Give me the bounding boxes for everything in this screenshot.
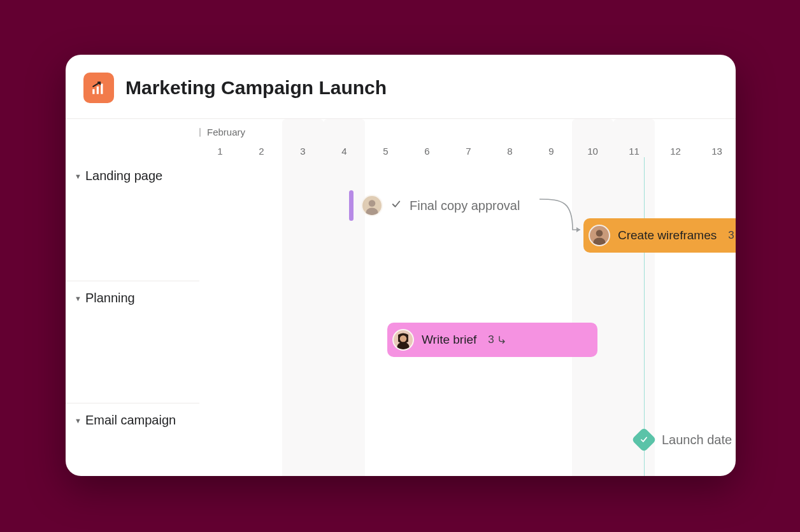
task-create-wireframes[interactable]: Create wireframes 3 [583, 218, 736, 253]
task-label: Final copy approval [410, 199, 520, 213]
group-separator [66, 281, 199, 281]
assignee-avatar [589, 225, 610, 246]
subtask-count: 3 [488, 333, 506, 346]
group-toggle-email-campaign[interactable]: ▼ Email campaign [75, 413, 176, 428]
task-final-copy-approval[interactable]: Final copy approval [349, 190, 520, 221]
milestone-launch-date[interactable]: Launch date [635, 431, 732, 449]
task-handle[interactable] [349, 190, 354, 221]
subtask-number: 3 [488, 333, 494, 346]
project-header: Marketing Campaign Launch [66, 55, 736, 118]
group-label: Email campaign [85, 413, 176, 428]
day-label: 9 [531, 146, 572, 157]
subtask-count: 3 [728, 229, 736, 242]
day-label: 5 [365, 146, 406, 157]
task-label: Create wireframes [618, 228, 717, 242]
day-label: 2 [241, 146, 282, 157]
svg-rect-2 [101, 84, 103, 94]
chevron-down-icon: ▼ [75, 417, 82, 424]
subtask-icon [497, 335, 507, 345]
project-title: Marketing Campaign Launch [125, 77, 387, 99]
svg-rect-0 [92, 89, 94, 94]
subtask-number: 3 [728, 229, 734, 242]
timeline-card: Marketing Campaign Launch February 1 2 3… [66, 55, 736, 476]
milestone-label: Launch date [662, 433, 732, 447]
group-separator [66, 403, 199, 403]
project-icon [83, 73, 114, 103]
svg-point-7 [400, 335, 407, 342]
day-label: 10 [572, 146, 613, 157]
date-grid: 1 2 3 4 5 6 7 8 9 10 11 12 13 [199, 119, 736, 476]
chart-up-icon [90, 80, 107, 96]
day-label: 11 [613, 146, 655, 157]
assignee-avatar [361, 195, 383, 216]
svg-point-4 [366, 208, 378, 215]
chevron-down-icon: ▼ [75, 172, 82, 180]
group-toggle-landing-page[interactable]: ▼ Landing page [75, 169, 162, 183]
task-write-brief[interactable]: Write brief 3 [387, 323, 597, 357]
day-label: 1 [199, 146, 241, 157]
milestone-diamond-icon [631, 427, 657, 452]
group-label: Landing page [85, 169, 162, 183]
group-toggle-planning[interactable]: ▼ Planning [75, 291, 135, 305]
svg-point-8 [397, 342, 409, 349]
day-label: 6 [406, 146, 448, 157]
svg-point-6 [593, 238, 605, 245]
chevron-down-icon: ▼ [75, 295, 82, 302]
check-icon [390, 199, 402, 213]
day-label: 7 [448, 146, 489, 157]
svg-point-5 [596, 230, 603, 237]
day-label: 13 [696, 146, 736, 157]
day-label: 4 [324, 146, 365, 157]
task-label: Write brief [422, 333, 476, 347]
group-label: Planning [85, 291, 135, 305]
svg-rect-1 [97, 87, 99, 94]
assignee-avatar [392, 329, 414, 351]
day-label: 3 [282, 146, 324, 157]
timeline[interactable]: February 1 2 3 4 5 6 7 8 9 10 11 12 13 ▼… [66, 118, 736, 476]
day-label: 8 [489, 146, 531, 157]
day-label: 12 [655, 146, 696, 157]
svg-point-3 [369, 200, 376, 207]
